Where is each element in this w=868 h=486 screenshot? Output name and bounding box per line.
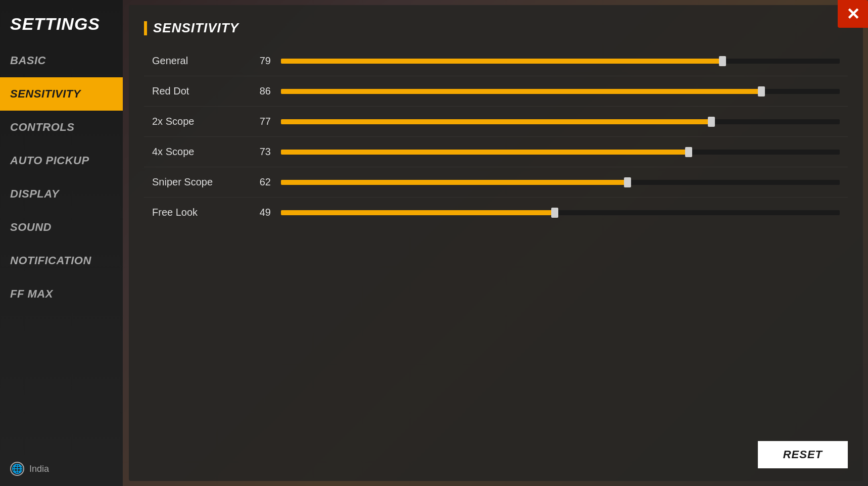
sidebar-item-sound[interactable]: SOUND [0,211,123,244]
slider-value-sniper_scope: 62 [243,176,271,188]
slider-value-4x_scope: 73 [243,146,271,158]
slider-row-red_dot: Red Dot86 [144,76,848,107]
main-panel: SENSITIVITY General79Red Dot862x Scope77… [129,5,863,481]
sidebar-item-ff_max[interactable]: FF MAX [0,277,123,311]
slider-thumb-general[interactable] [719,56,726,66]
slider-fill-free_look [281,210,555,215]
slider-track-red_dot[interactable] [281,89,840,94]
slider-fill-2x_scope [281,119,711,124]
slider-fill-sniper_scope [281,180,628,185]
slider-row-4x_scope: 4x Scope73 [144,137,848,167]
reset-button[interactable]: RESET [758,441,848,468]
sidebar-footer: 🌐 India [0,452,123,486]
slider-label-free_look: Free Look [152,207,243,218]
slider-track-general[interactable] [281,59,840,64]
slider-row-2x_scope: 2x Scope77 [144,107,848,137]
section-header: SENSITIVITY [144,20,848,36]
sidebar-item-controls[interactable]: CONTROLS [0,111,123,144]
slider-track-4x_scope[interactable] [281,150,840,155]
slider-value-free_look: 49 [243,207,271,218]
sidebar-item-sensitivity[interactable]: SENSITIVITY [0,77,123,111]
slider-value-2x_scope: 77 [243,116,271,127]
slider-thumb-free_look[interactable] [551,208,558,218]
close-icon: ✕ [846,6,860,22]
app-title: SETTINGS [0,5,123,44]
slider-track-2x_scope[interactable] [281,119,840,124]
slider-track-free_look[interactable] [281,210,840,215]
section-title: SENSITIVITY [153,20,239,36]
slider-label-4x_scope: 4x Scope [152,146,243,158]
slider-row-general: General79 [144,46,848,76]
slider-label-2x_scope: 2x Scope [152,116,243,127]
sidebar-item-auto_pickup[interactable]: AUTO PICKUP [0,144,123,177]
slider-label-general: General [152,55,243,67]
slider-row-sniper_scope: Sniper Scope62 [144,167,848,198]
nav-menu: BASICSENSITIVITYCONTROLSAUTO PICKUPDISPL… [0,44,123,311]
sidebar-item-basic[interactable]: BASIC [0,44,123,77]
slider-fill-4x_scope [281,150,689,155]
sidebar-item-notification[interactable]: NOTIFICATION [0,244,123,277]
slider-track-sniper_scope[interactable] [281,180,840,185]
slider-thumb-4x_scope[interactable] [685,147,692,157]
slider-label-sniper_scope: Sniper Scope [152,176,243,188]
region-label: India [29,464,49,474]
slider-thumb-2x_scope[interactable] [708,117,715,127]
slider-value-general: 79 [243,55,271,67]
slider-value-red_dot: 86 [243,85,271,97]
sidebar: SETTINGS BASICSENSITIVITYCONTROLSAUTO PI… [0,0,123,486]
slider-row-free_look: Free Look49 [144,198,848,227]
globe-icon: 🌐 [10,462,24,476]
slider-label-red_dot: Red Dot [152,85,243,97]
slider-thumb-red_dot[interactable] [758,86,765,96]
section-bar-accent [144,21,147,35]
close-button[interactable]: ✕ [838,0,868,28]
slider-fill-general [281,59,722,64]
slider-thumb-sniper_scope[interactable] [624,177,631,187]
sidebar-item-display[interactable]: DISPLAY [0,177,123,211]
slider-fill-red_dot [281,89,761,94]
sliders-list: General79Red Dot862x Scope774x Scope73Sn… [144,46,848,227]
